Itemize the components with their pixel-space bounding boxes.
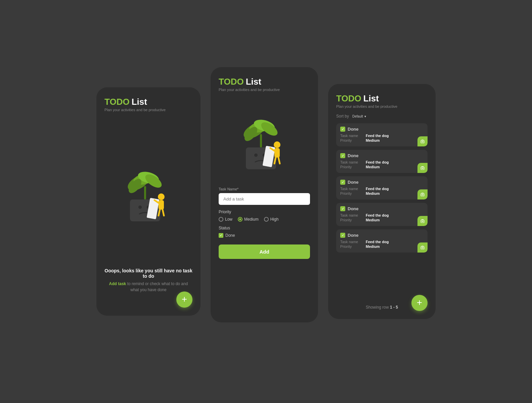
task-priority-row: Priority Medium — [340, 191, 424, 195]
task-card: Done Task name Feed the dog Priority Med… — [336, 229, 428, 253]
sort-select[interactable]: Default ▾ — [352, 115, 366, 118]
sort-row: Sort by Default ▾ — [336, 114, 428, 119]
task-done-label: Done — [348, 153, 359, 158]
status-group: Status Done — [219, 226, 310, 238]
task-delete-button[interactable] — [417, 189, 428, 199]
task-name-row: Task name Feed the dog — [340, 240, 424, 244]
svg-rect-5 — [144, 186, 146, 199]
radio-medium-circle — [238, 217, 242, 222]
priority-radio-group: Low Medium High — [219, 217, 310, 222]
task-priority-key: Priority — [340, 165, 364, 169]
task-done-label: Done — [348, 206, 359, 211]
task-priority-key: Priority — [340, 218, 364, 222]
title-todo-s3: TODO — [336, 93, 361, 104]
task-priority-key: Priority — [340, 244, 364, 249]
priority-label: Priority — [219, 210, 310, 214]
screens-container: TODO List Plan your activities and be pr… — [96, 81, 436, 322]
task-priority-row: Priority Medium — [340, 218, 424, 222]
svg-point-25 — [274, 141, 280, 148]
priority-medium[interactable]: Medium — [238, 217, 259, 222]
task-name-key: Task name — [340, 213, 364, 217]
sort-chevron-icon: ▾ — [364, 115, 366, 118]
empty-sub-text: Add task to remind or check what to do a… — [104, 281, 192, 293]
task-checkbox[interactable] — [340, 180, 345, 185]
app-title-s3: TODO List — [336, 93, 428, 104]
radio-high-label: High — [270, 217, 279, 222]
task-checkbox[interactable] — [340, 127, 345, 132]
svg-rect-20 — [260, 134, 262, 147]
task-list: Done Task name Feed the dog Priority Med… — [336, 123, 428, 302]
title-list-s3: List — [363, 93, 379, 104]
sort-label: Sort by — [336, 114, 349, 119]
task-name-row: Task name Feed the dog — [340, 187, 424, 191]
app-subtitle-s1: Plan your activities and be productive — [104, 108, 192, 112]
app-subtitle-s2: Plan your activities and be productive — [219, 88, 310, 92]
task-priority-val: Medium — [366, 244, 380, 249]
task-name-val: Feed the dog — [366, 240, 389, 244]
status-label: Status — [219, 226, 310, 230]
radio-high-circle — [264, 217, 269, 222]
svg-line-29 — [278, 158, 280, 164]
task-checkbox[interactable] — [340, 153, 345, 158]
task-checkbox[interactable] — [340, 233, 345, 238]
task-card: Done Task name Feed the dog Priority Med… — [336, 203, 428, 226]
task-delete-button[interactable] — [417, 242, 428, 253]
app-title-s1: TODO List — [104, 97, 192, 107]
task-priority-key: Priority — [340, 138, 364, 142]
svg-rect-26 — [274, 148, 280, 158]
sort-value: Default — [352, 115, 363, 118]
add-task-form: Task Name* Priority Low Medium High — [219, 184, 310, 259]
add-task-button[interactable]: Add — [219, 244, 310, 259]
illustration-s1 — [104, 117, 192, 268]
delete-icon — [420, 139, 425, 144]
task-card: Done Task name Feed the dog Priority Med… — [336, 176, 428, 199]
empty-main-text: Ooops, looks like you still have no task… — [104, 268, 192, 279]
task-delete-button[interactable] — [417, 216, 428, 226]
task-checkbox[interactable] — [340, 206, 345, 211]
fab-button-s3[interactable]: + — [411, 295, 428, 311]
task-done-label: Done — [348, 233, 359, 238]
task-priority-key: Priority — [340, 191, 364, 195]
showing-range: 1 - 5 — [390, 305, 398, 310]
fab-button-s1[interactable]: + — [176, 292, 192, 308]
task-done-label: Done — [348, 180, 359, 185]
task-priority-val: Medium — [366, 218, 380, 222]
task-done-row: Done — [340, 206, 424, 211]
task-name-val: Feed the dog — [366, 160, 389, 164]
task-name-key: Task name — [340, 240, 364, 244]
task-done-row: Done — [340, 127, 424, 132]
done-checkbox-label: Done — [225, 233, 235, 238]
delete-icon — [420, 219, 425, 223]
done-checkbox-box — [219, 233, 223, 238]
status-done-checkbox[interactable]: Done — [219, 233, 310, 238]
task-done-row: Done — [340, 180, 424, 185]
task-name-val: Feed the dog — [366, 187, 389, 191]
radio-low-circle — [219, 217, 223, 222]
task-name-input[interactable] — [219, 193, 310, 205]
task-delete-button[interactable] — [417, 136, 428, 146]
task-priority-row: Priority Medium — [340, 165, 424, 169]
title-list-s1: List — [132, 97, 147, 107]
fab-icon-s3: + — [417, 298, 422, 307]
task-name-key: Task name — [340, 187, 364, 191]
task-name-row: Task name Feed the dog — [340, 160, 424, 164]
task-delete-button[interactable] — [417, 163, 428, 173]
task-priority-row: Priority Medium — [340, 138, 424, 142]
task-name-key: Task name — [340, 160, 364, 164]
svg-line-14 — [163, 210, 164, 216]
priority-high[interactable]: High — [264, 217, 279, 222]
task-name-label: Task Name* — [219, 187, 310, 191]
task-name-row: Task name Feed the dog — [340, 134, 424, 138]
add-link-text[interactable]: Add task — [109, 281, 126, 286]
task-name-row: Task name Feed the dog — [340, 213, 424, 217]
priority-low[interactable]: Low — [219, 217, 232, 222]
svg-point-22 — [254, 153, 258, 157]
fab-icon-s1: + — [182, 295, 187, 304]
task-name-key: Task name — [340, 134, 364, 138]
svg-point-10 — [158, 193, 165, 200]
delete-icon — [420, 166, 425, 170]
screen-empty-state: TODO List Plan your activities and be pr… — [96, 87, 201, 316]
task-priority-val: Medium — [366, 138, 380, 142]
priority-group: Priority Low Medium High — [219, 210, 310, 222]
task-priority-row: Priority Medium — [340, 244, 424, 249]
